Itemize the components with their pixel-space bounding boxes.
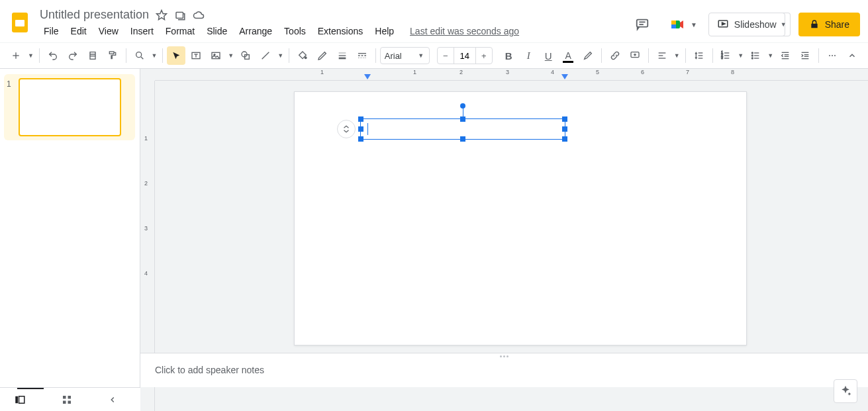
image-tool-button[interactable] — [207, 46, 225, 65]
print-button[interactable] — [83, 46, 102, 65]
bulleted-list-menu-button[interactable]: ▼ — [766, 52, 775, 59]
paint-format-button[interactable] — [103, 46, 122, 65]
slides-logo[interactable] — [7, 9, 33, 36]
bold-button[interactable]: B — [499, 46, 518, 65]
line-spacing-button[interactable] — [690, 46, 708, 65]
titlebar: Untitled presentation File Edit View Ins… — [0, 0, 868, 42]
line-tool-button[interactable] — [256, 46, 275, 65]
cloud-status-icon[interactable] — [193, 9, 205, 21]
svg-point-52 — [752, 52, 753, 54]
document-title[interactable]: Untitled presentation — [40, 8, 149, 22]
resize-handle-tm[interactable] — [460, 116, 465, 122]
zoom-menu-button[interactable]: ▼ — [150, 52, 159, 59]
highlight-color-button[interactable] — [579, 46, 597, 65]
slideshow-button[interactable]: Slideshow — [708, 13, 785, 36]
menu-insert[interactable]: Insert — [125, 23, 159, 39]
redo-button[interactable] — [64, 46, 82, 65]
underline-button[interactable]: U — [539, 46, 557, 65]
resize-handle-ml[interactable] — [358, 126, 363, 132]
more-button[interactable] — [823, 46, 842, 65]
new-slide-menu-button[interactable]: ▼ — [26, 52, 35, 59]
numbered-list-menu-button[interactable]: ▼ — [736, 52, 745, 59]
meet-button[interactable]: ▼ — [663, 11, 700, 38]
resize-handle-bm[interactable] — [460, 136, 465, 142]
font-size-increase-button[interactable]: + — [476, 51, 492, 61]
last-edit-link[interactable]: Last edit was seconds ago — [410, 26, 519, 36]
svg-point-64 — [832, 55, 833, 56]
image-menu-button[interactable]: ▼ — [226, 52, 235, 59]
decrease-indent-button[interactable] — [776, 46, 795, 65]
svg-point-63 — [829, 55, 830, 56]
resize-handle-br[interactable] — [562, 136, 567, 142]
textbox-tool-button[interactable] — [187, 46, 205, 65]
indent-marker-right-icon[interactable] — [561, 74, 568, 81]
border-weight-button[interactable] — [333, 46, 352, 65]
increase-indent-button[interactable] — [796, 46, 814, 65]
font-family-select[interactable]: Arial ▼ — [380, 47, 430, 64]
filmstrip-view-button[interactable] — [14, 394, 32, 406]
line-menu-button[interactable]: ▼ — [276, 52, 285, 59]
menu-arrange[interactable]: Arrange — [234, 23, 277, 39]
slide-canvas[interactable] — [294, 91, 747, 345]
font-size-decrease-button[interactable]: − — [438, 51, 454, 61]
svg-rect-73 — [68, 400, 71, 404]
menu-help[interactable]: Help — [369, 23, 399, 39]
undo-button[interactable] — [44, 46, 62, 65]
svg-line-26 — [262, 52, 269, 60]
font-size-control: − + — [437, 47, 493, 64]
star-icon[interactable] — [156, 9, 168, 21]
indent-marker-left-icon[interactable] — [364, 74, 371, 81]
slide-thumbnail-1[interactable] — [19, 78, 121, 136]
text-cursor — [367, 123, 368, 135]
menu-view[interactable]: View — [93, 23, 124, 39]
menu-tools[interactable]: Tools — [279, 23, 311, 39]
svg-rect-3 — [176, 12, 183, 18]
zoom-button[interactable] — [130, 46, 149, 65]
border-color-button[interactable] — [313, 46, 332, 65]
chevron-down-icon[interactable]: ▼ — [691, 21, 697, 28]
menu-edit[interactable]: Edit — [66, 23, 92, 39]
speaker-notes[interactable]: Click to add speaker notes — [140, 358, 868, 387]
shape-tool-button[interactable] — [236, 46, 255, 65]
align-button[interactable] — [653, 46, 671, 65]
hide-menus-button[interactable] — [843, 46, 861, 65]
rotate-handle[interactable] — [460, 103, 465, 109]
explore-button[interactable] — [834, 379, 857, 403]
menu-slide[interactable]: Slide — [201, 23, 232, 39]
new-slide-button[interactable] — [7, 46, 25, 65]
bulleted-list-button[interactable] — [746, 46, 765, 65]
autofit-handle[interactable] — [337, 120, 356, 138]
svg-point-54 — [752, 58, 753, 59]
share-button[interactable]: Share — [798, 13, 860, 36]
resize-handle-bl[interactable] — [358, 136, 363, 142]
italic-button[interactable]: I — [519, 46, 538, 65]
fill-color-button[interactable] — [293, 46, 312, 65]
speaker-notes-placeholder: Click to add speaker notes — [155, 365, 264, 375]
menu-extensions[interactable]: Extensions — [313, 23, 368, 39]
svg-marker-67 — [561, 74, 568, 79]
svg-rect-1 — [15, 20, 24, 26]
resize-handle-tr[interactable] — [562, 116, 567, 122]
font-size-input[interactable] — [454, 48, 476, 64]
menu-format[interactable]: Format — [160, 23, 200, 39]
slideshow-options-button[interactable]: ▼ — [777, 13, 791, 36]
grid-view-button[interactable] — [61, 394, 79, 406]
numbered-list-button[interactable]: 123 — [716, 46, 735, 65]
move-icon[interactable] — [174, 9, 186, 21]
comments-icon[interactable] — [629, 11, 655, 38]
text-color-button[interactable]: A — [559, 46, 577, 65]
collapse-panel-button[interactable] — [108, 395, 126, 404]
border-dash-button[interactable] — [353, 46, 371, 65]
toolbar: ▼ ▼ ▼ ▼ Arial ▼ − + B I U A ▼ 123 ▼ ▼ — [0, 42, 868, 69]
resize-handle-tl[interactable] — [358, 116, 363, 122]
svg-rect-71 — [68, 396, 71, 399]
svg-point-17 — [136, 52, 141, 58]
align-menu-button[interactable]: ▼ — [673, 52, 681, 59]
menu-file[interactable]: File — [38, 23, 64, 39]
insert-comment-button[interactable] — [626, 46, 644, 65]
selected-text-box[interactable] — [360, 118, 565, 140]
select-tool-button[interactable] — [167, 46, 185, 65]
insert-link-button[interactable] — [606, 46, 624, 65]
horizontal-ruler[interactable]: 1 1 2 3 4 5 6 7 8 — [155, 69, 868, 81]
resize-handle-mr[interactable] — [562, 126, 567, 132]
